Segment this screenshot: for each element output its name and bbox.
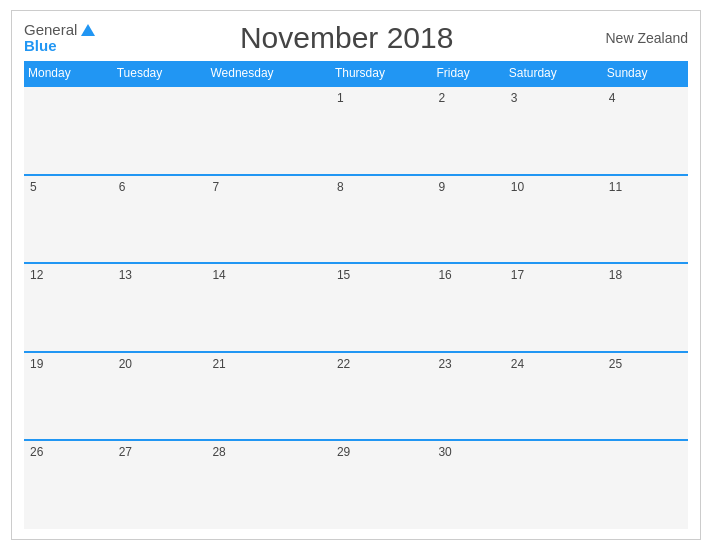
day-number: 16 <box>438 268 451 282</box>
day-cell: 12 <box>24 263 113 352</box>
day-cell: 20 <box>113 352 207 441</box>
day-cell: 18 <box>603 263 688 352</box>
day-number: 27 <box>119 445 132 459</box>
day-cell: 24 <box>505 352 603 441</box>
day-number: 18 <box>609 268 622 282</box>
day-cell: 13 <box>113 263 207 352</box>
day-cell <box>505 440 603 529</box>
weekday-header-sunday: Sunday <box>603 61 688 86</box>
day-cell: 15 <box>331 263 433 352</box>
weekday-header-friday: Friday <box>432 61 504 86</box>
day-number: 12 <box>30 268 43 282</box>
day-cell: 26 <box>24 440 113 529</box>
day-cell: 19 <box>24 352 113 441</box>
day-cell: 29 <box>331 440 433 529</box>
day-number: 14 <box>212 268 225 282</box>
day-number: 2 <box>438 91 445 105</box>
day-cell: 6 <box>113 175 207 264</box>
day-cell: 9 <box>432 175 504 264</box>
day-number: 17 <box>511 268 524 282</box>
day-cell: 23 <box>432 352 504 441</box>
day-cell: 14 <box>206 263 330 352</box>
weekday-header-wednesday: Wednesday <box>206 61 330 86</box>
day-number: 30 <box>438 445 451 459</box>
day-cell: 17 <box>505 263 603 352</box>
day-number: 3 <box>511 91 518 105</box>
logo-blue-text: Blue <box>24 38 95 55</box>
day-cell: 25 <box>603 352 688 441</box>
day-cell <box>24 86 113 175</box>
day-cell: 4 <box>603 86 688 175</box>
calendar-table: MondayTuesdayWednesdayThursdayFridaySatu… <box>24 61 688 529</box>
day-cell <box>113 86 207 175</box>
day-cell: 11 <box>603 175 688 264</box>
day-number: 21 <box>212 357 225 371</box>
weekday-header-saturday: Saturday <box>505 61 603 86</box>
logo-general-text: General <box>24 22 77 39</box>
day-number: 29 <box>337 445 350 459</box>
day-number: 7 <box>212 180 219 194</box>
day-number: 20 <box>119 357 132 371</box>
day-cell: 7 <box>206 175 330 264</box>
weekday-header-row: MondayTuesdayWednesdayThursdayFridaySatu… <box>24 61 688 86</box>
country-label: New Zealand <box>598 30 688 46</box>
day-number: 4 <box>609 91 616 105</box>
week-row-3: 12131415161718 <box>24 263 688 352</box>
week-row-4: 19202122232425 <box>24 352 688 441</box>
day-cell: 2 <box>432 86 504 175</box>
day-cell: 28 <box>206 440 330 529</box>
day-cell <box>206 86 330 175</box>
day-number: 5 <box>30 180 37 194</box>
day-number: 10 <box>511 180 524 194</box>
logo: General Blue <box>24 22 95 55</box>
day-number: 26 <box>30 445 43 459</box>
day-number: 11 <box>609 180 622 194</box>
day-cell: 5 <box>24 175 113 264</box>
day-number: 8 <box>337 180 344 194</box>
day-number: 19 <box>30 357 43 371</box>
day-cell: 8 <box>331 175 433 264</box>
day-cell: 1 <box>331 86 433 175</box>
day-number: 6 <box>119 180 126 194</box>
weekday-header-tuesday: Tuesday <box>113 61 207 86</box>
day-number: 22 <box>337 357 350 371</box>
day-cell: 30 <box>432 440 504 529</box>
weekday-header-thursday: Thursday <box>331 61 433 86</box>
day-number: 15 <box>337 268 350 282</box>
calendar-title: November 2018 <box>95 21 598 55</box>
day-number: 13 <box>119 268 132 282</box>
week-row-1: 1234 <box>24 86 688 175</box>
day-number: 25 <box>609 357 622 371</box>
week-row-5: 2627282930 <box>24 440 688 529</box>
calendar: General Blue November 2018 New Zealand M… <box>11 10 701 540</box>
day-cell: 22 <box>331 352 433 441</box>
calendar-header: General Blue November 2018 New Zealand <box>24 21 688 55</box>
day-number: 28 <box>212 445 225 459</box>
day-cell: 10 <box>505 175 603 264</box>
day-number: 24 <box>511 357 524 371</box>
day-number: 1 <box>337 91 344 105</box>
day-number: 9 <box>438 180 445 194</box>
logo-triangle-icon <box>81 24 95 36</box>
day-cell: 21 <box>206 352 330 441</box>
day-cell: 27 <box>113 440 207 529</box>
day-cell <box>603 440 688 529</box>
day-cell: 3 <box>505 86 603 175</box>
day-number: 23 <box>438 357 451 371</box>
week-row-2: 567891011 <box>24 175 688 264</box>
weekday-header-monday: Monday <box>24 61 113 86</box>
day-cell: 16 <box>432 263 504 352</box>
